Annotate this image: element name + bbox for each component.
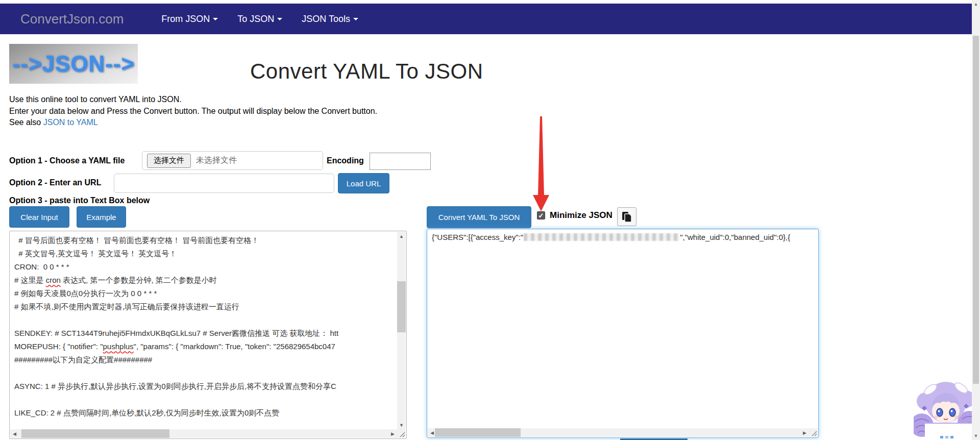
- scroll-right-arrow-icon[interactable]: ▶: [388, 429, 397, 438]
- convert-yaml-page: ConvertJson.com From JSON To JSON JSON T…: [0, 0, 980, 440]
- url-input[interactable]: [114, 174, 334, 193]
- convert-button[interactable]: Convert YAML To JSON: [427, 206, 531, 228]
- chevron-down-icon: [277, 18, 282, 20]
- browser-scroll-thumb[interactable]: [973, 36, 979, 384]
- file-status-text: 未选择文件: [196, 155, 237, 166]
- scroll-left-arrow-icon[interactable]: ◀: [10, 429, 19, 438]
- top-navbar: ConvertJson.com From JSON To JSON JSON T…: [0, 4, 972, 34]
- minimize-json-checkbox[interactable]: [537, 211, 545, 219]
- json-hscroll-thumb[interactable]: [435, 428, 521, 437]
- nav-menu: From JSON To JSON JSON Tools: [142, 14, 358, 25]
- censored-access-key: [524, 233, 679, 241]
- nav-item-json-tools[interactable]: JSON Tools: [302, 14, 358, 25]
- choose-file-button[interactable]: 选择文件: [147, 154, 191, 168]
- yaml-vscroll-thumb[interactable]: [397, 281, 406, 332]
- intro-line-1: Use this online tool to convert YAML int…: [9, 94, 377, 106]
- red-arrow-annotation: [530, 114, 552, 212]
- scroll-up-arrow-icon[interactable]: ▲: [397, 232, 406, 240]
- intro-line-3: See also JSON to YAML: [9, 117, 377, 129]
- minimize-json-label: Minimize JSON: [550, 210, 612, 221]
- nav-item-to-json[interactable]: To JSON: [237, 14, 282, 25]
- scroll-down-arrow-icon[interactable]: ▼: [972, 432, 980, 440]
- copy-icon: [622, 211, 632, 223]
- yaml-hscrollbar[interactable]: ◀ ▶: [10, 429, 397, 438]
- json-output-prefix: {"USERS":[{"access_key":": [432, 233, 523, 241]
- option2-label: Option 2 - Enter an URL: [9, 178, 101, 187]
- page-title: Convert YAML To JSON: [250, 59, 483, 84]
- chevron-down-icon: [213, 18, 218, 20]
- encoding-input[interactable]: [370, 153, 431, 170]
- resize-grip[interactable]: [809, 428, 818, 437]
- intro-line-2: Enter your data below and Press the Conv…: [9, 106, 377, 117]
- scroll-right-arrow-icon[interactable]: ▶: [800, 428, 809, 437]
- clear-input-button[interactable]: Clear Input: [9, 206, 69, 228]
- nav-item-from-json[interactable]: From JSON: [161, 14, 218, 25]
- resize-grip[interactable]: [397, 429, 406, 438]
- file-input[interactable]: 选择文件 未选择文件: [142, 151, 323, 170]
- scroll-down-arrow-icon[interactable]: ▼: [397, 421, 406, 429]
- chevron-down-icon: [353, 18, 358, 20]
- json-to-yaml-link[interactable]: JSON to YAML: [43, 118, 98, 127]
- example-button[interactable]: Example: [77, 206, 126, 228]
- yaml-input-content: # 冒号后面也要有空格！ 冒号前面也要有空格！ 冒号前面也要有空格！ # 英文冒…: [10, 232, 397, 429]
- load-url-button[interactable]: Load URL: [338, 173, 389, 193]
- browser-scrollbar[interactable]: ▲ ▼: [972, 0, 980, 440]
- option1-label: Option 1 - Choose a YAML file: [9, 156, 125, 165]
- brand-link[interactable]: ConvertJson.com: [20, 11, 124, 27]
- intro-text: Use this online tool to convert YAML int…: [9, 94, 377, 129]
- option3-label: Option 3 - paste into Text Box below: [9, 196, 150, 205]
- yaml-input-textarea[interactable]: # 冒号后面也要有空格！ 冒号前面也要有空格！ 冒号前面也要有空格！ # 英文冒…: [9, 231, 407, 439]
- json-hscrollbar[interactable]: ◀ ▶: [428, 428, 809, 437]
- json-output-textarea[interactable]: {"USERS":[{"access_key":"","white_uid":0…: [427, 229, 819, 438]
- json-output-suffix: ","white_uid":0,"banned_uid":0},{: [680, 233, 790, 241]
- copy-result-button[interactable]: [617, 207, 636, 226]
- yaml-hscroll-thumb[interactable]: [21, 429, 169, 438]
- anime-mascot-avatar: [914, 376, 977, 440]
- encoding-label: Encoding: [327, 156, 364, 165]
- json-output-line: {"USERS":[{"access_key":"","white_uid":0…: [432, 233, 808, 241]
- json-logo-image: -->JSON-->: [9, 44, 138, 84]
- scroll-up-arrow-icon[interactable]: ▲: [972, 0, 980, 8]
- yaml-vscrollbar[interactable]: ▲ ▼: [397, 232, 406, 429]
